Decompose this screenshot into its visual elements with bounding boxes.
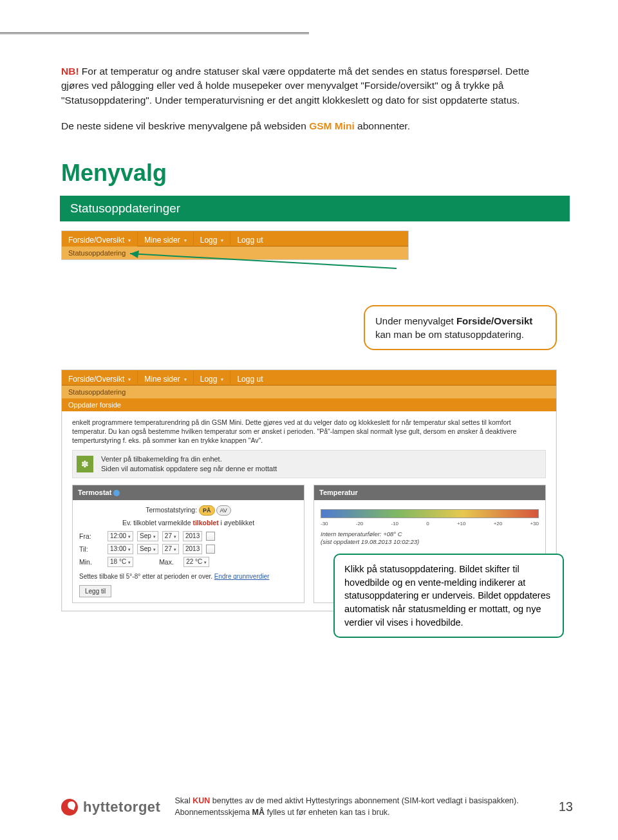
page-header-rule bbox=[0, 32, 309, 34]
nav2-mine-sider[interactable]: Mine sider▾ bbox=[138, 370, 193, 386]
temperature-info: Intern temperaturføler: +08° C (sist opp… bbox=[321, 530, 539, 546]
max-temp-select[interactable]: 22 °C▾ bbox=[183, 557, 209, 567]
til-day-select[interactable]: 27▾ bbox=[162, 544, 179, 554]
thermostat-note: Settes tilbake til 5°-8° etter at period… bbox=[79, 572, 297, 581]
refresh-icon: ✽ bbox=[77, 456, 93, 472]
legg-til-button[interactable]: Legg til bbox=[79, 585, 111, 598]
info-icon[interactable] bbox=[113, 490, 120, 496]
intro-paragraph-2: De neste sidene vil beskrive menyvalgene… bbox=[61, 119, 557, 133]
fra-time-select[interactable]: 12:00▾ bbox=[108, 531, 133, 541]
page-description: enkelt programmere temperaturendring på … bbox=[72, 418, 546, 445]
nav2-forside[interactable]: Forside/Oversikt▾ bbox=[62, 370, 138, 386]
nav-bar: Forside/Oversikt▾ Mine sider▾ Logg▾ Logg… bbox=[62, 231, 408, 247]
nav-logg[interactable]: Logg▾ bbox=[194, 231, 231, 247]
callout-statusoppdatering: Klikk på statusoppdatering. Bildet skift… bbox=[333, 554, 564, 638]
varmekilde-row: Ev. tilkoblet varmekilde tilkoblet i øye… bbox=[79, 518, 297, 527]
nav-mine-sider[interactable]: Mine sider▾ bbox=[138, 231, 193, 247]
fra-year-select[interactable]: 2013 bbox=[183, 531, 202, 541]
nb-label: NB! bbox=[61, 66, 79, 77]
wait-line-1: Venter på tilbakemelding fra din enhet. bbox=[101, 454, 277, 464]
callout-forside-oversikt: Under menyvalget Forside/Oversikt kan ma… bbox=[364, 305, 557, 350]
chevron-down-icon: ▾ bbox=[184, 377, 187, 382]
fra-month-select[interactable]: Sep▾ bbox=[137, 531, 158, 541]
nav2-logg[interactable]: Logg▾ bbox=[194, 370, 231, 386]
chevron-down-icon: ▾ bbox=[128, 377, 131, 382]
chevron-down-icon: ▾ bbox=[221, 377, 223, 382]
temperature-scale bbox=[321, 509, 539, 518]
chevron-down-icon: ▾ bbox=[221, 238, 223, 243]
brand-logo: hyttetorget bbox=[61, 799, 160, 816]
calendar-icon[interactable] bbox=[206, 545, 215, 554]
chevron-down-icon: ▾ bbox=[184, 238, 187, 243]
endre-grunnverdier-link[interactable]: Endre grunnverdier bbox=[214, 573, 270, 580]
submenu-statusoppdatering[interactable]: Statusoppdatering bbox=[62, 247, 408, 259]
page-number: 13 bbox=[559, 799, 573, 814]
til-time-select[interactable]: 13:00▾ bbox=[108, 544, 133, 554]
page-footer: hyttetorget Skal KUN benyttes av de med … bbox=[61, 796, 573, 818]
min-temp-select[interactable]: 18 °C▾ bbox=[108, 557, 133, 567]
submenu-statusoppdatering-2[interactable]: Statusoppdatering bbox=[62, 386, 556, 398]
temperature-panel-title: Temperatur bbox=[314, 485, 545, 500]
wait-message-row: ✽ Venter på tilbakemelding fra din enhet… bbox=[72, 450, 546, 478]
nav-logg-ut[interactable]: Logg ut bbox=[230, 231, 269, 247]
menyvalg-heading: Menyvalg bbox=[61, 160, 557, 187]
oppdater-forside-bar[interactable]: Oppdater forside bbox=[62, 398, 556, 411]
fra-row: Fra: 12:00▾ Sep▾ 27▾ 2013 bbox=[79, 531, 297, 541]
statusoppdateringer-banner: Statusoppdateringer bbox=[60, 196, 570, 221]
intro-paragraph-1: NB! For at temperatur og andre statuser … bbox=[61, 64, 557, 107]
gsm-mini-label: GSM Mini bbox=[309, 120, 355, 131]
temperature-ticks: -30-20-100+10+20+30 bbox=[321, 521, 539, 528]
chevron-down-icon: ▾ bbox=[128, 238, 131, 243]
til-month-select[interactable]: Sep▾ bbox=[137, 544, 158, 554]
thermostat-panel-title: Termostat bbox=[73, 485, 304, 500]
intro-text-1: For at temperatur og andre statuser skal… bbox=[61, 66, 529, 106]
logo-icon bbox=[61, 799, 78, 816]
footer-note: Skal KUN benyttes av de med aktivt Hytte… bbox=[174, 796, 544, 818]
screenshot-small: Forside/Oversikt▾ Mine sider▾ Logg▾ Logg… bbox=[61, 230, 409, 260]
calendar-icon[interactable] bbox=[206, 532, 215, 541]
thermostat-panel: Termostat Termostatstyring: PÅ AV Ev. ti… bbox=[72, 485, 304, 603]
thermostat-toggle[interactable]: PÅ AV bbox=[199, 505, 231, 516]
til-year-select[interactable]: 2013 bbox=[183, 544, 202, 554]
til-row: Til: 13:00▾ Sep▾ 27▾ 2013 bbox=[79, 544, 297, 554]
wait-line-2: Siden vil automatisk oppdatere seg når d… bbox=[101, 464, 277, 474]
fra-day-select[interactable]: 27▾ bbox=[162, 531, 179, 541]
min-max-row: Min. 18 °C▾ Max. 22 °C▾ bbox=[79, 557, 297, 567]
intro-text-2b: abonnenter. bbox=[355, 120, 410, 131]
nav2-logg-ut[interactable]: Logg ut bbox=[230, 370, 269, 386]
nav-forside[interactable]: Forside/Oversikt▾ bbox=[62, 231, 138, 247]
thermostat-styring-row: Termostatstyring: PÅ AV bbox=[79, 505, 297, 516]
intro-text-2a: De neste sidene vil beskrive menyvalgene… bbox=[61, 120, 309, 131]
brand-name: hyttetorget bbox=[83, 799, 160, 816]
nav-bar-2: Forside/Oversikt▾ Mine sider▾ Logg▾ Logg… bbox=[62, 370, 556, 386]
